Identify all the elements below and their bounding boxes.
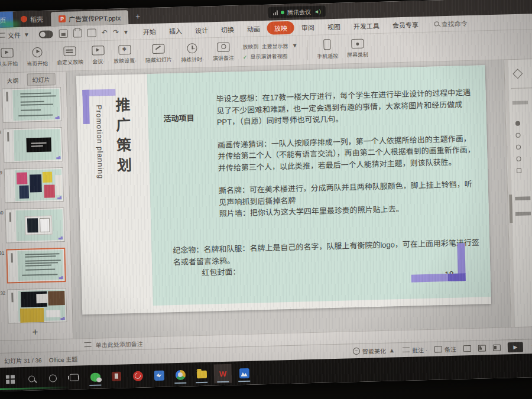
beautify-icon — [353, 348, 360, 355]
tab-design[interactable]: 设计 — [189, 23, 215, 37]
comment-button[interactable]: 批注 · — [403, 345, 427, 354]
speaker-notes-icon — [217, 43, 229, 53]
tab-slides[interactable]: 幻灯片 — [27, 73, 56, 86]
paragraph: 毕设之感想：在17教一楼大厅进行，每个学生在进行毕业设计的过程中定遇见了不少困难… — [216, 87, 475, 128]
slide-thumbnail-28[interactable]: 28 — [0, 127, 66, 163]
beautify-button[interactable]: 智能美化 ▴ — [353, 346, 395, 356]
mountain-app[interactable] — [235, 364, 253, 383]
bird-app[interactable] — [150, 365, 168, 385]
hide-slide-button[interactable]: 隐藏幻灯片 — [145, 44, 172, 64]
panel-divider — [511, 87, 532, 89]
browser-app[interactable] — [171, 365, 190, 385]
panel-item[interactable] — [515, 212, 531, 216]
section-label[interactable]: 活动项目 — [163, 112, 194, 124]
tab-outline[interactable]: 大纲 — [2, 74, 23, 86]
meeting-label: 腾讯会议 — [287, 7, 311, 17]
from-beginning-button[interactable]: 从头开始 — [0, 48, 18, 68]
scrollbar-thumb[interactable] — [509, 194, 512, 223]
photo-artifact — [0, 20, 20, 28]
slide-title-en[interactable]: Promotion planning — [95, 105, 105, 179]
speaker-icon: ◄) — [314, 8, 321, 14]
slide-canvas[interactable]: Promotion planning 推广策划 活动项目 毕设之感想：在17教一… — [66, 60, 511, 338]
tab-slideshow[interactable]: 放映 — [267, 21, 295, 35]
primary-display-select[interactable]: 主要显示器 — [261, 41, 288, 50]
status-dot — [281, 11, 284, 14]
radio-option[interactable] — [515, 133, 520, 138]
autosave-toggle[interactable] — [39, 30, 53, 38]
redo-icon[interactable]: ↷ — [111, 28, 121, 36]
red-app[interactable] — [108, 366, 126, 386]
wechat-app[interactable] — [86, 367, 105, 387]
tab-transition[interactable]: 切换 — [215, 22, 241, 36]
search-icon — [28, 375, 34, 382]
slide-thumbnail-31-current[interactable]: 31 — [0, 248, 69, 284]
slide-body-text-2[interactable]: 纪念物：名牌和队服：名牌上是自己的名字，队服上有衡院的logo，可在上面用彩笔进… — [173, 236, 483, 279]
start-button[interactable] — [1, 369, 20, 389]
signal-icon — [273, 10, 278, 15]
rehearse-timing-button[interactable]: 排练计时· — [180, 43, 204, 63]
netease-music-app[interactable] — [129, 366, 147, 385]
reading-view-button[interactable] — [493, 344, 501, 351]
panel-icon[interactable] — [512, 69, 523, 79]
file-explorer[interactable] — [193, 365, 211, 384]
undo-icon[interactable]: ↶ — [100, 28, 109, 37]
custom-show-button[interactable]: 自定义放映 — [56, 46, 83, 66]
slide-number: 29 — [0, 169, 3, 203]
task-view-icon — [69, 374, 78, 381]
tab-start[interactable]: 开始 — [137, 25, 163, 38]
meeting-icon — [92, 46, 104, 56]
output-icon[interactable] — [87, 28, 96, 37]
print-icon[interactable] — [73, 29, 82, 37]
slide-body-text[interactable]: 毕设之感想：在17教一楼大厅进行，每个学生在进行毕业设计的过程中定遇见了不少困难… — [216, 87, 478, 220]
task-view-button[interactable] — [65, 368, 83, 387]
slide-thumbnail-32[interactable]: 32 — [0, 288, 70, 324]
file-menu[interactable]: 文件 ▾ — [0, 30, 35, 40]
more-chevron-icon[interactable]: ▾ — [122, 28, 129, 36]
slide-number: 28 — [0, 129, 2, 163]
panel-item[interactable] — [512, 100, 528, 105]
radio-option[interactable] — [516, 145, 521, 150]
note-icon — [434, 346, 442, 352]
search-command[interactable]: 查找命令 — [434, 18, 468, 28]
note-button[interactable]: 备注 — [434, 344, 456, 353]
slide-thumbnail-30[interactable]: 30 — [0, 207, 68, 244]
speaker-notes-button[interactable]: 演讲备注 — [212, 42, 234, 62]
check-icon: ✓ — [243, 54, 248, 60]
slide-thumbnail-29[interactable]: 29 — [0, 167, 67, 203]
tab-view[interactable]: 视图 — [322, 20, 347, 33]
browser-icon — [175, 369, 185, 379]
tab-insert[interactable]: 插入 — [163, 24, 189, 37]
screen-record-button[interactable]: 屏幕录制 — [346, 38, 368, 59]
tab-review[interactable]: 审阅 — [296, 21, 321, 34]
phone-remote-button[interactable]: 手机遥控 — [316, 39, 338, 60]
tab-animation[interactable]: 动画 — [241, 22, 267, 35]
radio-option[interactable] — [515, 121, 520, 126]
taskbar-search-button[interactable] — [22, 369, 41, 388]
wps-icon: W — [218, 368, 228, 378]
from-current-button[interactable]: 当页开始 — [26, 47, 48, 67]
cortana-button[interactable] — [44, 368, 62, 388]
normal-view-button[interactable] — [463, 345, 471, 352]
add-slide-button[interactable]: + — [0, 325, 73, 340]
current-slide[interactable]: Promotion planning 推广策划 活动项目 毕设之感想：在17教一… — [76, 65, 491, 314]
tab-member[interactable]: 会员专享 — [386, 18, 424, 32]
new-tab-button[interactable]: + — [128, 8, 148, 24]
radio-option[interactable] — [516, 157, 521, 161]
wps-app[interactable]: W — [213, 364, 232, 384]
save-icon[interactable] — [59, 30, 68, 38]
show-settings-button[interactable]: 放映设置· — [113, 45, 137, 65]
sorter-view-button[interactable] — [478, 345, 486, 351]
slideshow-play-button[interactable]: ▶ — [508, 342, 523, 352]
bird-app-icon — [154, 370, 164, 380]
tencent-meeting-pill[interactable]: 腾讯会议 ◄) — [268, 5, 326, 18]
slide-title-cn[interactable]: 推广策划 — [111, 97, 135, 178]
ppt-file-icon: P — [59, 15, 66, 22]
tab-document[interactable]: P 广告宣传PPT.pptx — [51, 10, 129, 26]
panel-item[interactable] — [515, 196, 530, 200]
presenter-view-checkbox[interactable]: ✓ 显示演讲者视图 — [243, 52, 299, 61]
meeting-button[interactable]: 会议· — [92, 46, 105, 66]
slide-thumbnail-27[interactable]: 27 — [0, 87, 65, 123]
checkbox-option[interactable] — [517, 168, 521, 173]
tab-devtools[interactable]: 开发工具 — [347, 19, 385, 33]
cortana-icon — [48, 374, 56, 382]
